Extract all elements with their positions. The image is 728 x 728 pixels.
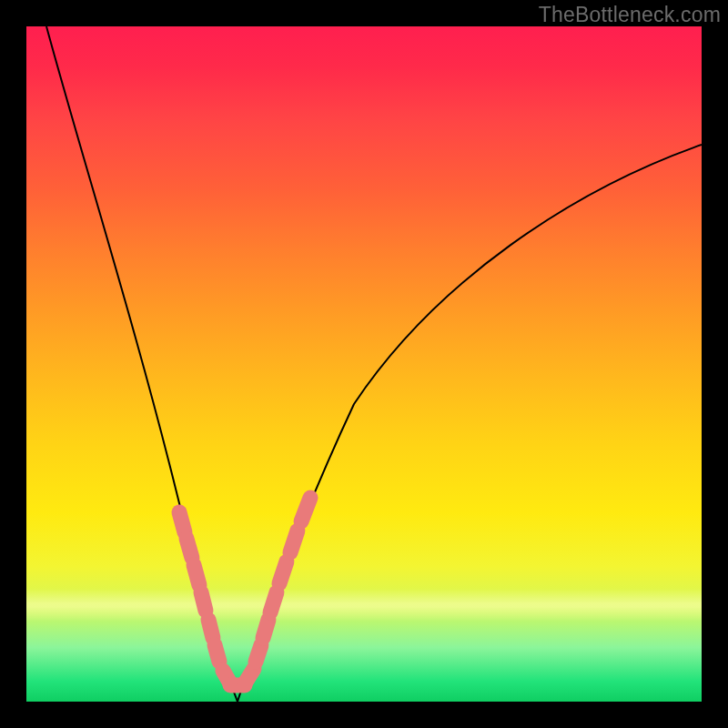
svg-line-8 <box>245 669 254 683</box>
svg-line-10 <box>263 620 268 638</box>
beads-left <box>179 512 219 662</box>
right-curve <box>238 145 702 702</box>
svg-line-14 <box>301 498 310 521</box>
plot-area <box>26 26 702 702</box>
svg-line-13 <box>290 531 298 552</box>
beads-bottom <box>223 669 254 685</box>
svg-line-3 <box>201 592 206 611</box>
svg-line-4 <box>208 620 213 638</box>
beads-right <box>256 498 310 662</box>
svg-line-12 <box>279 561 287 583</box>
svg-line-5 <box>215 645 219 662</box>
svg-line-0 <box>179 512 185 532</box>
chart-frame: TheBottleneck.com <box>0 0 728 728</box>
watermark-text: TheBottleneck.com <box>539 3 721 27</box>
svg-line-9 <box>256 645 261 662</box>
svg-line-2 <box>194 565 199 585</box>
svg-line-1 <box>187 539 192 558</box>
curves-layer <box>26 26 702 702</box>
svg-line-11 <box>270 592 277 612</box>
